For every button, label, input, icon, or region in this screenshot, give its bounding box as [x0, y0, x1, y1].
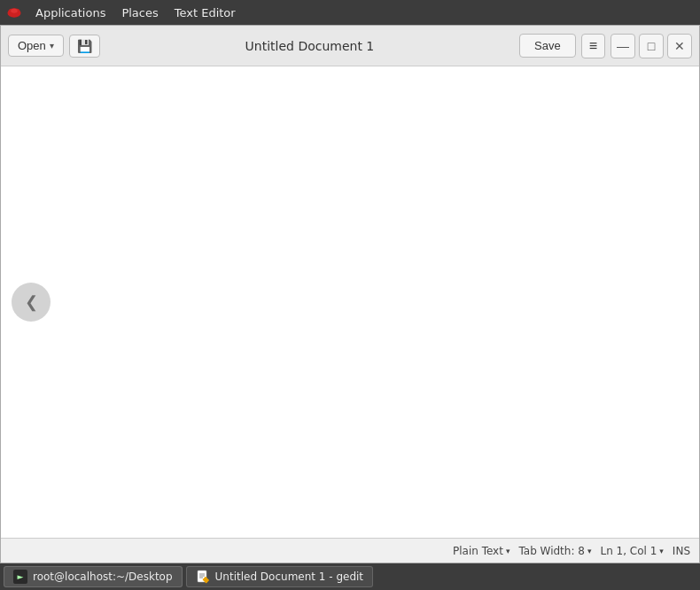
- terminal-icon: ►: [13, 570, 27, 584]
- sidebar-collapse-button[interactable]: ❮: [12, 283, 51, 322]
- minimize-icon: —: [617, 39, 629, 53]
- close-button[interactable]: ✕: [667, 34, 692, 58]
- cursor-position-selector[interactable]: Ln 1, Col 1 ▾: [600, 545, 663, 557]
- chevron-left-icon: ❮: [25, 292, 38, 312]
- svg-point-2: [11, 9, 18, 13]
- save-button[interactable]: Save: [519, 34, 576, 58]
- terminal-label: root@localhost:~/Desktop: [33, 571, 173, 583]
- applications-menu[interactable]: Applications: [28, 4, 113, 21]
- editor-area: ❮: [1, 66, 699, 538]
- maximize-icon: □: [648, 39, 655, 53]
- save-as-button[interactable]: 💾: [69, 35, 100, 58]
- ins-mode[interactable]: INS: [673, 545, 690, 557]
- plain-text-dropdown-icon: ▾: [506, 547, 510, 555]
- main-window: Open ▾ 💾 Untitled Document 1 Save ≡ — □ …: [0, 25, 700, 563]
- gedit-icon: [196, 570, 210, 584]
- save-as-icon: 💾: [77, 39, 92, 53]
- ins-label: INS: [673, 545, 690, 557]
- gedit-taskbar-item[interactable]: Untitled Document 1 - gedit: [186, 566, 374, 587]
- plain-text-label: Plain Text: [453, 545, 503, 557]
- maximize-button[interactable]: □: [639, 34, 664, 58]
- hamburger-menu-button[interactable]: ≡: [581, 34, 605, 58]
- close-icon: ✕: [674, 39, 685, 53]
- terminal-taskbar-item[interactable]: ► root@localhost:~/Desktop: [4, 566, 183, 587]
- statusbar: Plain Text ▾ Tab Width: 8 ▾ Ln 1, Col 1 …: [1, 538, 699, 563]
- titlebar: Open ▾ 💾 Untitled Document 1 Save ≡ — □ …: [1, 26, 699, 66]
- redhat-icon: [5, 4, 23, 21]
- open-dropdown-arrow: ▾: [50, 41, 54, 50]
- editor-textarea[interactable]: [1, 66, 699, 538]
- places-menu[interactable]: Places: [114, 4, 165, 21]
- texteditor-menu[interactable]: Text Editor: [167, 4, 243, 21]
- cursor-position-label: Ln 1, Col 1: [600, 545, 657, 557]
- tab-width-dropdown-icon: ▾: [587, 547, 592, 555]
- window-controls: — □ ✕: [611, 34, 692, 58]
- taskbar: ► root@localhost:~/Desktop Untitled Docu…: [0, 563, 700, 590]
- window-title: Untitled Document 1: [105, 39, 514, 53]
- plain-text-selector[interactable]: Plain Text ▾: [453, 545, 509, 557]
- open-button[interactable]: Open ▾: [8, 35, 64, 57]
- open-label: Open: [18, 39, 46, 52]
- menubar: Applications Places Text Editor: [0, 0, 700, 25]
- hamburger-icon: ≡: [589, 38, 597, 53]
- cursor-dropdown-icon: ▾: [659, 547, 664, 555]
- tab-width-selector[interactable]: Tab Width: 8 ▾: [518, 545, 591, 557]
- tab-width-label: Tab Width: 8: [518, 545, 584, 557]
- gedit-label: Untitled Document 1 - gedit: [215, 571, 364, 583]
- minimize-button[interactable]: —: [611, 34, 635, 58]
